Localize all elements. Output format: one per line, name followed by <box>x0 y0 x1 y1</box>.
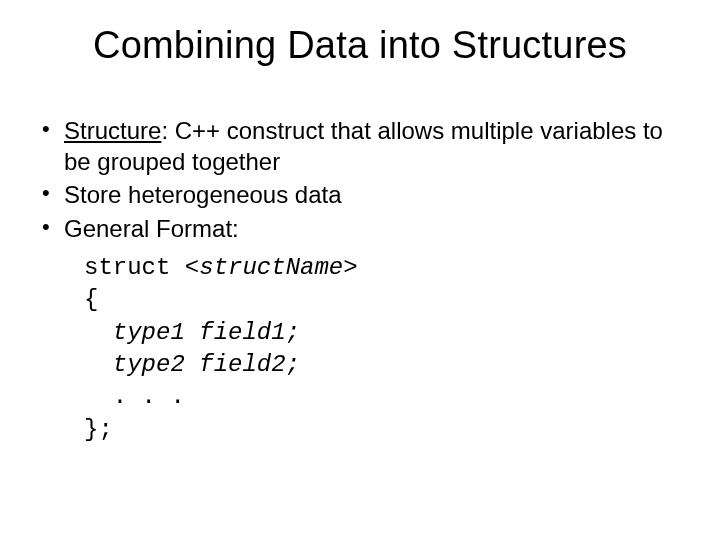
code-line-field1: type1 field1; <box>84 317 684 349</box>
bullet-item-structure: Structure: C++ construct that allows mul… <box>36 115 684 177</box>
term-structure: Structure <box>64 117 161 144</box>
bullet-item-heterogeneous: Store heterogeneous data <box>36 179 684 210</box>
slide-title: Combining Data into Structures <box>36 24 684 67</box>
code-line-close-brace: }; <box>84 414 684 446</box>
code-line-ellipsis: . . . <box>84 381 684 413</box>
code-line-struct: struct <structName> <box>84 252 684 284</box>
bullet-item-format: General Format: <box>36 213 684 244</box>
code-line-open-brace: { <box>84 284 684 316</box>
bullet-list: Structure: C++ construct that allows mul… <box>36 115 684 244</box>
code-block: struct <structName> { type1 field1; type… <box>84 252 684 446</box>
code-line-field2: type2 field2; <box>84 349 684 381</box>
